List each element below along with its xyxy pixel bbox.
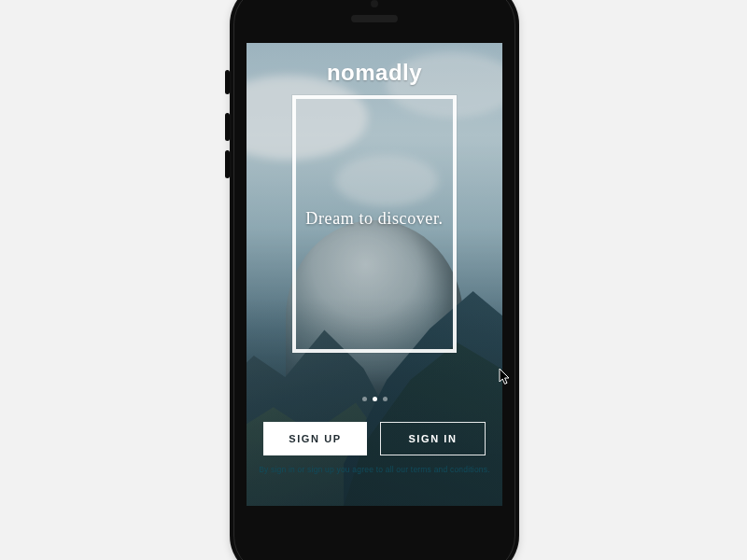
- volume-up-button: [225, 113, 230, 141]
- front-camera-icon: [371, 0, 378, 7]
- page-dot[interactable]: [383, 397, 388, 401]
- page-dot-active[interactable]: [373, 397, 377, 401]
- volume-down-button: [225, 150, 230, 178]
- hero-tagline: Dream to discover.: [247, 209, 502, 229]
- sign-up-button[interactable]: SIGN UP: [263, 422, 367, 455]
- page-dot[interactable]: [362, 397, 367, 401]
- earpiece-speaker: [351, 15, 398, 22]
- auth-button-row: SIGN UP SIGN IN: [263, 422, 486, 455]
- phone-screen: nomadly Dream to discover. SIGN UP SIGN …: [247, 43, 502, 506]
- mute-switch: [225, 70, 230, 94]
- app-logo: nomadly: [247, 60, 502, 86]
- terms-disclaimer: By sign in or sign up you agree to all o…: [247, 465, 502, 474]
- sign-in-button[interactable]: SIGN IN: [380, 422, 486, 455]
- phone-frame: nomadly Dream to discover. SIGN UP SIGN …: [230, 0, 519, 560]
- page-indicator[interactable]: [247, 397, 502, 401]
